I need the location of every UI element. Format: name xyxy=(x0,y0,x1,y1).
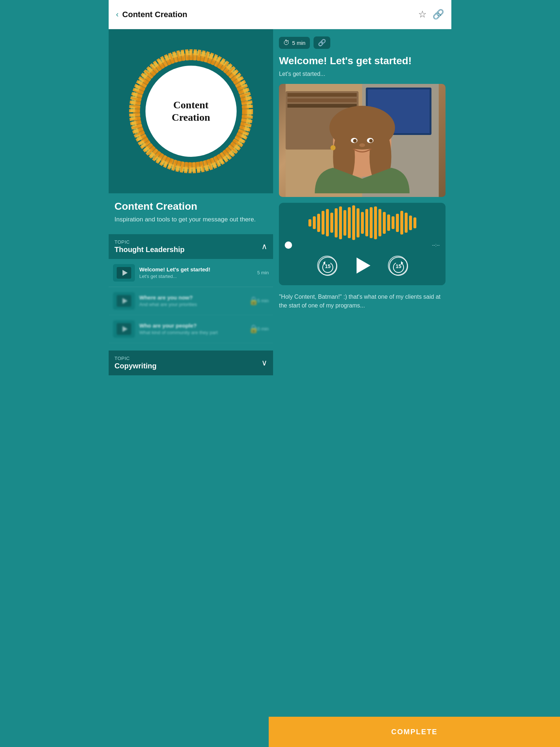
audio-player: --:-- 15 15 xyxy=(279,203,446,285)
waveform-bar-10 xyxy=(352,205,355,240)
svg-rect-17 xyxy=(288,104,357,108)
hero-image: ContentCreation xyxy=(109,29,273,193)
waveform-bar-3 xyxy=(322,211,324,235)
skip-back-button[interactable]: 15 xyxy=(317,256,337,275)
waveform-bar-4 xyxy=(326,209,329,236)
waveform-bar-23 xyxy=(409,216,412,230)
back-button[interactable]: ‹ xyxy=(116,10,118,19)
lock-icon-2: 🔒 xyxy=(249,296,258,306)
waveform-bar-2 xyxy=(317,214,320,232)
lesson-info-3: Who are your people? What kind of commun… xyxy=(139,322,252,335)
lesson-item-2: Where are you now? And what are your pri… xyxy=(109,287,273,315)
lesson-thumb-1 xyxy=(113,264,135,282)
waveform-bar-24 xyxy=(413,217,416,228)
gold-ring-logo: ContentCreation xyxy=(129,49,253,173)
lesson-desc-3: What kind of community are they part xyxy=(139,330,252,335)
skip-forward-button[interactable]: 15 xyxy=(388,256,408,275)
course-subtitle: Inspiration and tools to get your messag… xyxy=(114,215,267,224)
svg-text:15: 15 xyxy=(325,263,331,269)
quote-text: "Holy Content, Batman!" :) that's what o… xyxy=(279,293,446,310)
waveform-bar-18 xyxy=(387,214,390,231)
link-badge[interactable]: 🔗 xyxy=(314,36,330,49)
waveform-bar-0 xyxy=(308,219,311,227)
lock-icon-3: 🔒 xyxy=(249,324,258,334)
lesson-duration-1: 5 min xyxy=(257,270,269,275)
svg-point-29 xyxy=(331,145,336,150)
topic-header-copywriting[interactable]: Topic Copywriting ∨ xyxy=(109,351,273,375)
waveform-bar-15 xyxy=(374,206,377,239)
topic-copywriting: Topic Copywriting ∨ xyxy=(109,351,273,375)
lesson-title-3: Who are your people? xyxy=(139,322,252,329)
waveform-bar-16 xyxy=(378,209,381,236)
video-inner xyxy=(279,84,446,197)
star-icon[interactable]: ☆ xyxy=(418,9,427,20)
logo-inner: ContentCreation xyxy=(157,77,225,145)
lesson-list-1: Welcome! Let's get started! Let's get st… xyxy=(109,259,273,343)
lesson-item-1[interactable]: Welcome! Let's get started! Let's get st… xyxy=(109,259,273,287)
header-right: ☆ 🔗 xyxy=(418,9,444,20)
waveform-bar-1 xyxy=(313,216,316,229)
topic-label-1: Topic xyxy=(114,239,184,245)
waveform-bar-8 xyxy=(343,210,346,236)
lesson-thumb-2 xyxy=(113,292,135,310)
topic-toggle-1[interactable]: ∧ xyxy=(261,242,267,251)
topic-thought-leadership: Topic Thought Leadership ∧ Welcome! Let'… xyxy=(109,234,273,343)
topic-name-1: Thought Leadership xyxy=(114,245,184,254)
play-triangle xyxy=(357,258,370,274)
course-title-section: Content Creation Inspiration and tools t… xyxy=(109,193,273,227)
header-title: Content Creation xyxy=(122,10,187,19)
svg-point-26 xyxy=(353,139,357,143)
topic-label-2: Topic xyxy=(114,356,157,361)
waveform-bar-6 xyxy=(335,208,338,237)
waveform-bar-9 xyxy=(348,207,351,238)
topic-toggle-2[interactable]: ∨ xyxy=(261,358,267,368)
svg-rect-15 xyxy=(288,93,357,97)
waveform-bar-5 xyxy=(330,213,333,233)
lesson-info-1: Welcome! Let's get started! Let's get st… xyxy=(139,266,254,279)
topic-name-2: Copywriting xyxy=(114,362,157,370)
waveform-bar-12 xyxy=(361,212,364,234)
waveform-bar-7 xyxy=(339,206,342,239)
main-content: ContentCreation Content Creation Inspira… xyxy=(109,29,451,375)
clock-icon: ⏱ xyxy=(283,39,290,47)
lesson-info-2: Where are you now? And what are your pri… xyxy=(139,294,254,307)
waveform-bar-20 xyxy=(396,214,399,232)
lesson-thumb-3 xyxy=(113,320,135,338)
play-button[interactable] xyxy=(351,255,373,276)
waveform-bar-11 xyxy=(357,208,359,237)
waveform-bar-21 xyxy=(400,211,403,235)
waveform-bar-13 xyxy=(365,209,368,236)
audio-controls: 15 15 xyxy=(285,255,440,276)
link-icon[interactable]: 🔗 xyxy=(432,9,444,20)
waveform xyxy=(285,210,440,236)
svg-point-27 xyxy=(369,139,373,143)
svg-text:15: 15 xyxy=(396,263,401,269)
lesson-description: Let's get started... xyxy=(279,71,446,77)
header-left: ‹ Content Creation xyxy=(116,10,187,19)
progress-time: --:-- xyxy=(432,242,440,248)
progress-dot[interactable] xyxy=(285,241,292,249)
duration-badge: ⏱ 5 min xyxy=(279,37,310,49)
complete-button[interactable]: COMPLETE xyxy=(269,717,451,747)
lesson-desc-1: Let's get started... xyxy=(139,274,254,279)
app-header: ‹ Content Creation ☆ 🔗 xyxy=(109,0,451,29)
svg-rect-16 xyxy=(288,98,357,102)
course-title: Content Creation xyxy=(114,201,267,212)
progress-row[interactable]: --:-- xyxy=(285,241,440,249)
lesson-desc-2: And what are your priorities xyxy=(139,302,254,307)
waveform-bar-19 xyxy=(392,216,394,229)
logo-text: ContentCreation xyxy=(172,99,210,123)
waveform-bar-17 xyxy=(383,212,386,234)
topic-header-thought-leadership[interactable]: Topic Thought Leadership ∧ xyxy=(109,234,273,259)
waveform-bar-22 xyxy=(405,213,408,233)
lesson-heading: Welcome! Let's get started! xyxy=(279,55,446,67)
lesson-title-1: Welcome! Let's get started! xyxy=(139,266,254,272)
video-thumbnail[interactable] xyxy=(279,84,446,197)
right-column: ⏱ 5 min 🔗 Welcome! Let's get started! Le… xyxy=(273,29,451,375)
svg-point-28 xyxy=(359,143,365,147)
duration-text: 5 min xyxy=(292,40,306,46)
left-column: ContentCreation Content Creation Inspira… xyxy=(109,29,273,375)
meta-row: ⏱ 5 min 🔗 xyxy=(279,36,446,49)
lesson-duration-2: 5 min xyxy=(257,298,269,303)
waveform-bar-14 xyxy=(370,207,373,238)
